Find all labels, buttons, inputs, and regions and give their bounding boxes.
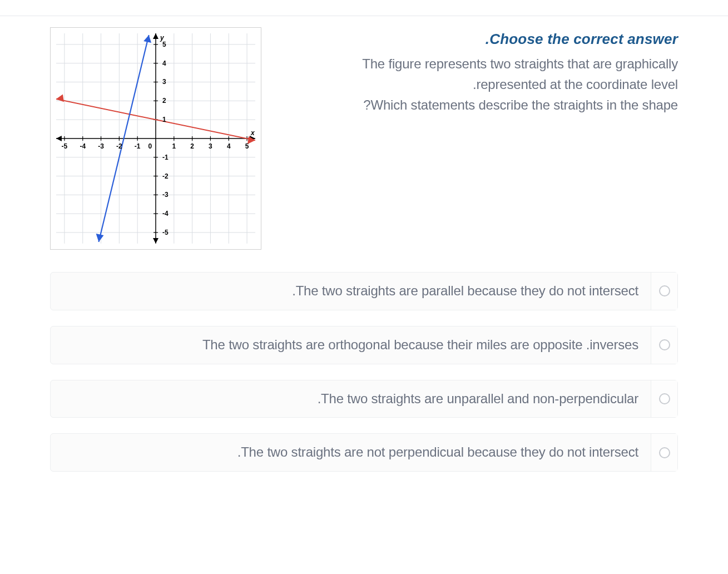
svg-text:y: y (160, 34, 165, 42)
svg-text:-5: -5 (62, 142, 68, 150)
svg-text:x: x (250, 129, 255, 137)
svg-text:4: 4 (227, 142, 231, 150)
option-b[interactable]: The two straights are orthogonal because… (50, 326, 678, 364)
option-c-radio[interactable] (651, 380, 677, 418)
svg-text:1: 1 (162, 116, 166, 123)
svg-text:2: 2 (190, 142, 194, 150)
question-line-1: The figure represents two straights that… (284, 53, 678, 74)
svg-marker-50 (143, 35, 151, 43)
svg-text:3: 3 (209, 142, 212, 150)
svg-marker-23 (56, 136, 62, 141)
svg-marker-25 (153, 238, 159, 244)
question-line-3: ?Which statements describe the straights… (284, 95, 678, 115)
svg-text:-3: -3 (162, 191, 169, 199)
svg-text:-5: -5 (162, 229, 169, 236)
content-area: -5 -4 -3 -2 -1 0 1 2 3 4 5 5 4 3 2 1 (0, 16, 728, 494)
svg-text:5: 5 (162, 41, 166, 48)
question-line-2: .represented at the coordinate level (284, 74, 678, 95)
option-a[interactable]: .The two straights are parallel because … (50, 272, 678, 310)
option-b-radio[interactable] (651, 326, 677, 364)
options-list: .The two straights are parallel because … (50, 272, 678, 472)
svg-text:0: 0 (148, 142, 152, 150)
svg-marker-51 (96, 234, 104, 242)
svg-text:-1: -1 (135, 142, 141, 150)
graph-svg: -5 -4 -3 -2 -1 0 1 2 3 4 5 5 4 3 2 1 (56, 33, 255, 244)
prompt-title: .Choose the correct answer (284, 31, 678, 48)
radio-icon (659, 339, 670, 350)
option-c-text: .The two straights are unparallel and no… (51, 380, 651, 418)
svg-text:1: 1 (172, 142, 176, 150)
svg-text:-1: -1 (162, 154, 169, 161)
svg-marker-24 (153, 33, 159, 39)
option-b-text: The two straights are orthogonal because… (51, 326, 651, 364)
svg-text:5: 5 (245, 142, 249, 150)
svg-text:-2: -2 (162, 172, 169, 180)
question-text-block: .Choose the correct answer The figure re… (284, 27, 678, 116)
svg-text:-3: -3 (98, 142, 104, 150)
svg-text:-4: -4 (80, 142, 86, 150)
svg-text:-4: -4 (162, 210, 169, 217)
radio-icon (659, 393, 670, 404)
option-d-radio[interactable] (651, 434, 677, 471)
radio-icon (659, 285, 670, 296)
coordinate-graph: -5 -4 -3 -2 -1 0 1 2 3 4 5 5 4 3 2 1 (50, 27, 261, 250)
option-d-text: .The two straights are not perpendicual … (51, 434, 651, 471)
svg-text:4: 4 (162, 60, 166, 67)
svg-text:-2: -2 (116, 142, 122, 150)
svg-text:3: 3 (162, 78, 166, 86)
question-row: -5 -4 -3 -2 -1 0 1 2 3 4 5 5 4 3 2 1 (50, 27, 678, 250)
option-a-text: .The two straights are parallel because … (51, 273, 651, 310)
radio-icon (659, 447, 670, 458)
option-d[interactable]: .The two straights are not perpendicual … (50, 433, 678, 472)
option-c[interactable]: .The two straights are unparallel and no… (50, 380, 678, 418)
option-a-radio[interactable] (651, 273, 677, 310)
svg-text:2: 2 (162, 97, 166, 105)
